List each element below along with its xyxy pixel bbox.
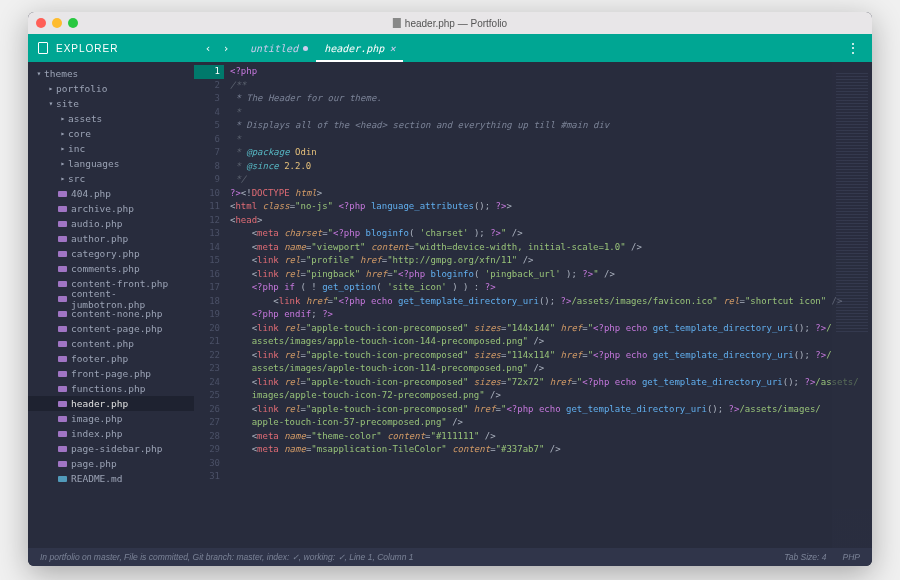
tree-item-src[interactable]: ▸src xyxy=(28,171,194,186)
tree-item-README-md[interactable]: README.md xyxy=(28,471,194,486)
tree-item-content-jumbotron-php[interactable]: content-jumbotron.php xyxy=(28,291,194,306)
line-gutter: 1234567891011121314151617181920212223242… xyxy=(194,62,226,548)
tree-item-label: content.php xyxy=(71,338,134,349)
tree-item-label: portfolio xyxy=(56,83,107,94)
tree-item-label: site xyxy=(56,98,79,109)
tree-item-label: archive.php xyxy=(71,203,134,214)
tree-item-label: content-page.php xyxy=(71,323,163,334)
nav-back-button[interactable]: ‹ xyxy=(200,40,216,56)
tree-item-themes[interactable]: ▾themes xyxy=(28,66,194,81)
php-icon xyxy=(58,191,67,197)
tree-item-404-php[interactable]: 404.php xyxy=(28,186,194,201)
php-icon xyxy=(58,356,67,362)
tree-item-content-page-php[interactable]: content-page.php xyxy=(28,321,194,336)
tree-item-page-php[interactable]: page.php xyxy=(28,456,194,471)
tree-item-assets[interactable]: ▸assets xyxy=(28,111,194,126)
tree-item-label: themes xyxy=(44,68,78,79)
php-icon xyxy=(58,236,67,242)
tree-item-functions-php[interactable]: functions.php xyxy=(28,381,194,396)
tabs-container: untitledheader.php× xyxy=(242,34,403,62)
tree-item-label: index.php xyxy=(71,428,122,439)
tree-item-label: functions.php xyxy=(71,383,145,394)
tree-item-archive-php[interactable]: archive.php xyxy=(28,201,194,216)
tree-item-label: comments.php xyxy=(71,263,140,274)
tree-item-label: README.md xyxy=(71,473,122,484)
tree-item-label: content-none.php xyxy=(71,308,163,319)
tree-item-label: audio.php xyxy=(71,218,122,229)
statusbar: In portfolio on master, File is committe… xyxy=(28,548,872,566)
markdown-icon xyxy=(58,476,67,482)
tree-item-image-php[interactable]: image.php xyxy=(28,411,194,426)
code-editor[interactable]: 1234567891011121314151617181920212223242… xyxy=(194,62,872,548)
chevron-icon: ▸ xyxy=(58,114,68,123)
tree-item-content-php[interactable]: content.php xyxy=(28,336,194,351)
tree-item-core[interactable]: ▸core xyxy=(28,126,194,141)
status-language[interactable]: PHP xyxy=(843,552,860,562)
explorer-icon xyxy=(38,42,48,54)
tree-item-label: page-sidebar.php xyxy=(71,443,163,454)
tabbar: ‹ › untitledheader.php× ⋮ xyxy=(194,34,872,62)
tree-item-label: src xyxy=(68,173,85,184)
tree-item-front-page-php[interactable]: front-page.php xyxy=(28,366,194,381)
tree-item-portfolio[interactable]: ▸portfolio xyxy=(28,81,194,96)
tab-label: header.php xyxy=(324,43,384,54)
minimap[interactable] xyxy=(832,62,872,548)
status-tab-size[interactable]: Tab Size: 4 xyxy=(784,552,826,562)
tree-item-footer-php[interactable]: footer.php xyxy=(28,351,194,366)
file-tree[interactable]: ▾themes▸portfolio▾site▸assets▸core▸inc▸l… xyxy=(28,62,194,548)
php-icon xyxy=(58,266,67,272)
tab-close-button[interactable]: × xyxy=(389,43,395,54)
tree-item-audio-php[interactable]: audio.php xyxy=(28,216,194,231)
sidebar-header[interactable]: EXPLORER xyxy=(28,34,194,62)
php-icon xyxy=(58,206,67,212)
php-icon xyxy=(58,446,67,452)
app-window: header.php — Portfolio EXPLORER ▾themes▸… xyxy=(28,12,872,566)
tree-item-index-php[interactable]: index.php xyxy=(28,426,194,441)
tree-item-header-php[interactable]: header.php xyxy=(28,396,194,411)
php-icon xyxy=(58,281,67,287)
php-icon xyxy=(58,371,67,377)
close-window-button[interactable] xyxy=(36,18,46,28)
tree-item-category-php[interactable]: category.php xyxy=(28,246,194,261)
php-icon xyxy=(58,401,67,407)
tree-item-site[interactable]: ▾site xyxy=(28,96,194,111)
php-icon xyxy=(58,341,67,347)
php-icon xyxy=(58,221,67,227)
minimize-window-button[interactable] xyxy=(52,18,62,28)
maximize-window-button[interactable] xyxy=(68,18,78,28)
tree-item-label: image.php xyxy=(71,413,122,424)
tree-item-inc[interactable]: ▸inc xyxy=(28,141,194,156)
tab-header-php[interactable]: header.php× xyxy=(316,34,403,62)
tree-item-label: languages xyxy=(68,158,119,169)
php-icon xyxy=(58,461,67,467)
tree-item-label: front-page.php xyxy=(71,368,151,379)
tree-item-label: header.php xyxy=(71,398,128,409)
php-icon xyxy=(58,386,67,392)
status-left[interactable]: In portfolio on master, File is committe… xyxy=(40,552,414,562)
tab-untitled[interactable]: untitled xyxy=(242,34,316,62)
tree-item-label: page.php xyxy=(71,458,117,469)
nav-forward-button[interactable]: › xyxy=(218,40,234,56)
tree-item-languages[interactable]: ▸languages xyxy=(28,156,194,171)
php-icon xyxy=(58,311,67,317)
chevron-icon: ▸ xyxy=(58,129,68,138)
tree-item-label: 404.php xyxy=(71,188,111,199)
tree-item-label: category.php xyxy=(71,248,140,259)
chevron-icon: ▾ xyxy=(34,69,44,78)
tree-item-page-sidebar-php[interactable]: page-sidebar.php xyxy=(28,441,194,456)
sidebar-title: EXPLORER xyxy=(56,43,118,54)
chevron-icon: ▸ xyxy=(58,174,68,183)
window-title-text: header.php — Portfolio xyxy=(405,18,507,29)
file-icon xyxy=(393,18,401,28)
tree-item-label: assets xyxy=(68,113,102,124)
body: EXPLORER ▾themes▸portfolio▾site▸assets▸c… xyxy=(28,34,872,548)
tree-item-comments-php[interactable]: comments.php xyxy=(28,261,194,276)
tree-item-label: content-jumbotron.php xyxy=(71,288,190,310)
tree-item-author-php[interactable]: author.php xyxy=(28,231,194,246)
code-content[interactable]: <?php/** * The Header for our theme. * *… xyxy=(226,62,872,548)
more-menu-button[interactable]: ⋮ xyxy=(840,40,866,56)
modified-dot-icon xyxy=(303,46,308,51)
tab-label: untitled xyxy=(250,43,298,54)
tree-item-label: author.php xyxy=(71,233,128,244)
traffic-lights xyxy=(36,18,78,28)
